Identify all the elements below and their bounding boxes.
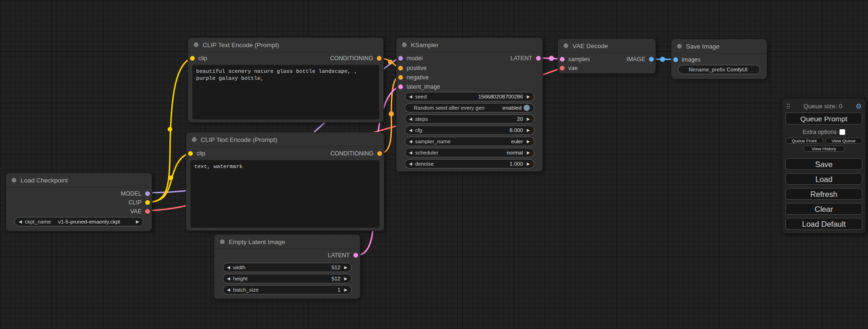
negative-input-port[interactable] xyxy=(398,75,403,80)
widget-value: 1 xyxy=(338,287,340,293)
load-default-button[interactable]: Load Default xyxy=(785,218,862,230)
node-title: Save Image xyxy=(686,43,720,50)
view-queue-button[interactable]: View Queue xyxy=(825,138,863,144)
seed-widget[interactable]: ◀ seed 156680208700286 ▶ xyxy=(405,92,534,101)
images-input-port[interactable] xyxy=(673,57,678,62)
node-titlebar[interactable]: Empty Latent Image xyxy=(214,235,360,249)
node-title: CLIP Text Encode (Prompt) xyxy=(201,136,277,143)
prompt-textarea[interactable]: text, watermark xyxy=(191,160,380,228)
node-clip-text-encode-positive[interactable]: CLIP Text Encode (Prompt) clip CONDITION… xyxy=(188,37,384,123)
node-load-checkpoint[interactable]: Load Checkpoint MODEL CLIP VAE ◀ ckpt_na… xyxy=(6,173,152,231)
slot-label: positive xyxy=(407,65,426,71)
decrement-arrow-icon[interactable]: ◀ xyxy=(227,266,230,270)
latent-output-port[interactable] xyxy=(353,253,358,258)
decrement-arrow-icon[interactable]: ◀ xyxy=(227,288,230,292)
steps-widget[interactable]: ◀ steps 20 ▶ xyxy=(405,114,534,124)
view-history-button[interactable]: View History xyxy=(804,146,845,152)
queue-front-button[interactable]: Queue Front xyxy=(785,138,823,144)
input-slot-positive: positive xyxy=(396,63,543,73)
increment-arrow-icon[interactable]: ▶ xyxy=(527,140,530,144)
increment-arrow-icon[interactable]: ▶ xyxy=(136,220,139,224)
load-button[interactable]: Load xyxy=(785,173,862,185)
cfg-widget[interactable]: ◀ cfg 8.000 ▶ xyxy=(405,126,534,135)
scheduler-widget[interactable]: ◀ scheduler normal ▶ xyxy=(405,148,534,157)
refresh-button[interactable]: Refresh xyxy=(785,188,862,200)
sampler-name-widget[interactable]: ◀ sampler_name euler ▶ xyxy=(405,137,534,146)
node-titlebar[interactable]: Save Image xyxy=(671,39,767,54)
node-title: Load Checkpoint xyxy=(21,177,68,184)
decrement-arrow-icon[interactable]: ◀ xyxy=(19,220,22,224)
save-button[interactable]: Save xyxy=(785,158,862,170)
decrement-arrow-icon[interactable]: ◀ xyxy=(409,117,412,121)
widget-label: denoise xyxy=(415,161,434,167)
increment-arrow-icon[interactable]: ▶ xyxy=(527,128,530,133)
image-output-port[interactable] xyxy=(649,57,654,62)
decrement-arrow-icon[interactable]: ◀ xyxy=(409,128,412,133)
node-empty-latent-image[interactable]: Empty Latent Image LATENT ◀ width 512 ▶ … xyxy=(214,234,360,299)
node-titlebar[interactable]: VAE Decode xyxy=(558,39,656,53)
increment-arrow-icon[interactable]: ▶ xyxy=(527,117,530,121)
prompt-textarea[interactable]: beautiful scenery nature glass bottle la… xyxy=(192,65,379,119)
collapse-dot-icon[interactable] xyxy=(564,43,568,48)
node-graph-canvas[interactable]: Load Checkpoint MODEL CLIP VAE ◀ ckpt_na… xyxy=(0,0,868,329)
extra-options-checkbox[interactable] xyxy=(840,129,845,135)
widget-value: v1-5-pruned-emaonly.ckpt xyxy=(58,219,120,224)
node-ksampler[interactable]: KSampler model LATENT positive negative … xyxy=(396,37,543,172)
collapse-dot-icon[interactable] xyxy=(220,239,225,244)
increment-arrow-icon[interactable]: ▶ xyxy=(527,95,530,99)
node-titlebar[interactable]: CLIP Text Encode (Prompt) xyxy=(188,38,383,52)
widget-value: enabled xyxy=(502,105,522,111)
latent-output-port[interactable] xyxy=(536,56,541,61)
decrement-arrow-icon[interactable]: ◀ xyxy=(409,151,412,155)
node-titlebar[interactable]: Load Checkpoint xyxy=(6,173,152,188)
settings-gear-icon[interactable]: ⚙ xyxy=(856,103,862,110)
conditioning-output-port[interactable] xyxy=(377,56,381,61)
increment-arrow-icon[interactable]: ▶ xyxy=(527,151,530,155)
widget-label: height xyxy=(233,276,247,281)
slot-label: LATENT xyxy=(510,55,532,62)
collapse-dot-icon[interactable] xyxy=(677,44,682,49)
increment-arrow-icon[interactable]: ▶ xyxy=(344,277,347,281)
denoise-widget[interactable]: ◀ denoise 1.000 ▶ xyxy=(405,159,534,168)
increment-arrow-icon[interactable]: ▶ xyxy=(344,266,347,270)
height-widget[interactable]: ◀ height 512 ▶ xyxy=(223,274,352,283)
conditioning-output-port[interactable] xyxy=(377,151,382,156)
increment-arrow-icon[interactable]: ▶ xyxy=(527,162,530,166)
node-titlebar[interactable]: KSampler xyxy=(396,38,543,52)
clip-output-port[interactable] xyxy=(145,200,150,205)
widget-label: Random seed after every gen xyxy=(414,105,485,111)
slot-label: MODEL xyxy=(121,190,141,197)
decrement-arrow-icon[interactable]: ◀ xyxy=(409,162,412,166)
ckpt-name-widget[interactable]: ◀ ckpt_name v1-5-pruned-emaonly.ckpt ▶ xyxy=(14,217,143,226)
clear-button[interactable]: Clear xyxy=(785,203,862,215)
toggle-dot-icon[interactable] xyxy=(523,105,530,111)
widget-value: 512 xyxy=(332,265,340,270)
vae-input-port[interactable] xyxy=(560,66,565,70)
slot-label: CONDITIONING xyxy=(330,55,373,62)
node-vae-decode[interactable]: VAE Decode samples IMAGE vae xyxy=(557,38,656,74)
latent-image-input-port[interactable] xyxy=(398,84,403,89)
filename-prefix-widget[interactable]: filename_prefix ComfyUI xyxy=(678,65,760,74)
drag-handle-icon[interactable] xyxy=(786,103,790,109)
decrement-arrow-icon[interactable]: ◀ xyxy=(227,277,230,281)
node-clip-text-encode-negative[interactable]: CLIP Text Encode (Prompt) clip CONDITION… xyxy=(186,132,384,231)
slot-label: negative xyxy=(407,74,429,81)
collapse-dot-icon[interactable] xyxy=(192,137,197,142)
node-save-image[interactable]: Save Image images filename_prefix ComfyU… xyxy=(671,39,767,79)
batch-size-widget[interactable]: ◀ batch_size 1 ▶ xyxy=(223,285,352,294)
collapse-dot-icon[interactable] xyxy=(402,42,407,47)
decrement-arrow-icon[interactable]: ◀ xyxy=(409,140,412,144)
increment-arrow-icon[interactable]: ▶ xyxy=(344,288,347,292)
model-output-port[interactable] xyxy=(145,191,150,196)
output-slot-latent: LATENT xyxy=(396,54,543,63)
decrement-arrow-icon[interactable]: ◀ xyxy=(409,95,412,99)
node-titlebar[interactable]: CLIP Text Encode (Prompt) xyxy=(186,133,384,147)
random-seed-toggle-widget[interactable]: Random seed after every gen enabled xyxy=(405,103,534,112)
positive-input-port[interactable] xyxy=(398,66,403,70)
collapse-dot-icon[interactable] xyxy=(12,178,16,182)
collapse-dot-icon[interactable] xyxy=(194,42,198,47)
queue-prompt-button[interactable]: Queue Prompt xyxy=(785,112,862,125)
width-widget[interactable]: ◀ width 512 ▶ xyxy=(223,263,352,272)
vae-output-port[interactable] xyxy=(145,209,150,214)
widget-label: sampler_name xyxy=(415,139,451,144)
